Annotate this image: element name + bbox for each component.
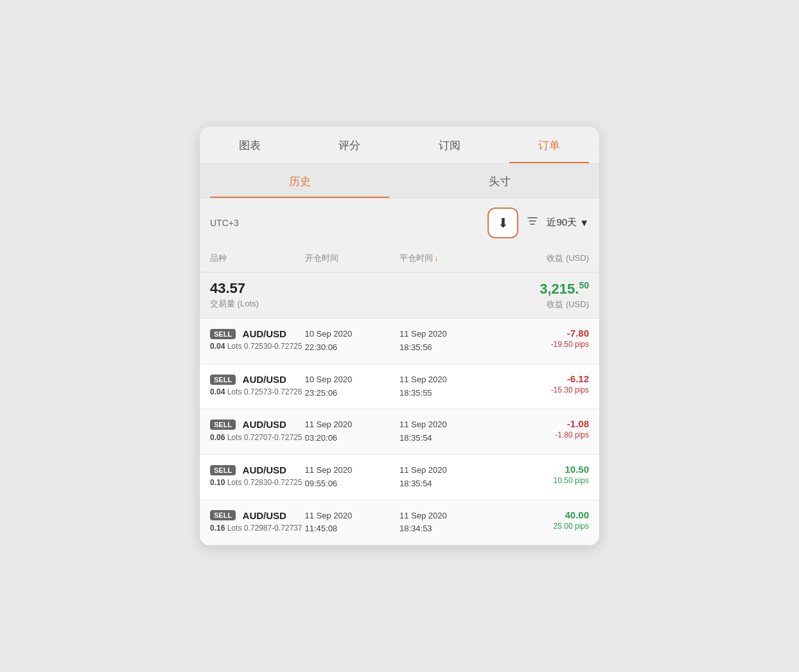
trade-profit-col: -6.12 -15.30 pips <box>495 373 590 394</box>
trade-row: SELL AUD/USD 0.04 Lots 0.72530-0.72725 1… <box>200 319 599 364</box>
trade-detail: 0.04 Lots 0.72530-0.72725 <box>210 342 305 351</box>
trade-row: SELL AUD/USD 0.10 Lots 0.72830-0.72725 1… <box>200 455 599 500</box>
trade-close-time: 11 Sep 202018:34:53 <box>400 509 495 536</box>
col-open-time-header: 开仓时间 <box>305 252 400 264</box>
trade-close-time: 11 Sep 202018:35:54 <box>400 464 495 491</box>
trade-pips: -1.80 pips <box>495 430 590 439</box>
trade-profit-value: 10.50 <box>495 464 590 475</box>
summary-row: 43.57 交易量 (Lots) 3,215.50 收益 (USD) <box>200 272 599 319</box>
trade-open-time: 11 Sep 202011:45:08 <box>305 509 400 536</box>
trade-badge: SELL <box>210 510 236 520</box>
trade-open-time: 10 Sep 202023:25:06 <box>305 373 400 400</box>
trade-badge: SELL <box>210 375 236 385</box>
trade-lots: 0.06 <box>210 433 225 442</box>
trade-detail: 0.16 Lots 0.72987-0.72737 <box>210 524 305 533</box>
trade-lots: 0.04 <box>210 342 225 351</box>
trade-open-time: 10 Sep 202022:30:06 <box>305 328 400 355</box>
trade-close-time: 11 Sep 202018:35:55 <box>400 373 495 400</box>
trade-profit-value: 40.00 <box>495 509 590 520</box>
trades-list: SELL AUD/USD 0.04 Lots 0.72530-0.72725 1… <box>200 319 599 545</box>
trade-pair: AUD/USD <box>243 328 286 339</box>
trade-row: SELL AUD/USD 0.06 Lots 0.72707-0.72725 1… <box>200 409 599 455</box>
trade-symbol-col: SELL AUD/USD 0.10 Lots 0.72830-0.72725 <box>210 464 305 487</box>
trade-badge: SELL <box>210 465 236 475</box>
download-icon: ⬇ <box>498 215 509 231</box>
trade-detail: 0.10 Lots 0.72830-0.72725 <box>210 478 305 487</box>
col-close-time-header[interactable]: 平仓时间↓ <box>400 252 495 264</box>
trade-symbol-col: SELL AUD/USD 0.16 Lots 0.72987-0.72737 <box>210 509 305 533</box>
tab-history[interactable]: 历史 <box>200 164 400 198</box>
tab-ratings[interactable]: 评分 <box>300 127 400 163</box>
trade-pair: AUD/USD <box>243 464 286 475</box>
summary-lots-label: 交易量 (Lots) <box>210 298 259 310</box>
sort-arrow-icon: ↓ <box>434 253 439 263</box>
summary-lots-value: 43.57 <box>210 280 259 297</box>
summary-profit-label: 收益 (USD) <box>540 299 589 310</box>
trade-profit-value: -6.12 <box>495 373 590 384</box>
trade-lots: 0.16 <box>210 524 225 533</box>
col-profit-header: 收益 (USD) <box>495 252 590 264</box>
trade-profit-col: -7.80 -19.50 pips <box>495 328 590 349</box>
summary-lots-section: 43.57 交易量 (Lots) <box>210 280 259 310</box>
tab-subscriptions[interactable]: 订阅 <box>400 127 500 163</box>
trade-pips: -15.30 pips <box>495 385 590 394</box>
tab-position[interactable]: 头寸 <box>400 164 599 198</box>
trade-pips: 25.00 pips <box>495 522 590 531</box>
trade-profit-col: 40.00 25.00 pips <box>495 509 590 531</box>
trade-profit-col: 10.50 10.50 pips <box>495 464 590 485</box>
trade-symbol-col: SELL AUD/USD 0.04 Lots 0.72530-0.72725 <box>210 328 305 351</box>
trade-symbol-col: SELL AUD/USD 0.04 Lots 0.72573-0.72726 <box>210 373 305 396</box>
trade-pips: -19.50 pips <box>495 340 590 349</box>
col-symbol-header: 品种 <box>210 252 305 264</box>
period-selector[interactable]: 近90天 ▼ <box>547 217 589 229</box>
table-header: 品种 开仓时间 平仓时间↓ 收益 (USD) <box>200 247 599 272</box>
trade-profit-value: -1.08 <box>495 418 590 429</box>
summary-profit-section: 3,215.50 收益 (USD) <box>540 280 589 310</box>
tab-charts[interactable]: 图表 <box>200 127 300 163</box>
trade-detail: 0.06 Lots 0.72707-0.72725 <box>210 433 305 442</box>
trade-row: SELL AUD/USD 0.16 Lots 0.72987-0.72737 1… <box>200 500 599 546</box>
filter-icon <box>526 215 539 227</box>
trade-pair: AUD/USD <box>243 374 286 385</box>
trade-open-time: 11 Sep 202003:20:06 <box>305 418 400 445</box>
trade-close-time: 11 Sep 202018:35:54 <box>400 418 495 445</box>
trade-detail: 0.04 Lots 0.72573-0.72726 <box>210 387 305 396</box>
trade-badge: SELL <box>210 420 236 430</box>
trade-row: SELL AUD/USD 0.04 Lots 0.72573-0.72726 1… <box>200 364 599 410</box>
toolbar: UTC+3 ⬇ 近90天 ▼ <box>200 199 599 247</box>
trade-lots: 0.10 <box>210 478 225 487</box>
trade-badge: SELL <box>210 329 236 339</box>
trade-lots: 0.04 <box>210 387 225 396</box>
trade-pair: AUD/USD <box>243 420 286 430</box>
chevron-down-icon: ▼ <box>579 217 589 228</box>
trade-pips: 10.50 pips <box>495 476 590 485</box>
filter-button[interactable] <box>526 215 539 231</box>
tab-orders[interactable]: 订单 <box>500 127 600 163</box>
trade-close-time: 11 Sep 202018:35:56 <box>400 328 495 355</box>
trade-pair: AUD/USD <box>243 510 286 521</box>
trade-profit-value: -7.80 <box>495 328 590 339</box>
app-container: 图表 评分 订阅 订单 历史 头寸 UTC+3 ⬇ 近90天 ▼ 品种 开仓时间 <box>200 127 599 545</box>
trade-profit-col: -1.08 -1.80 pips <box>495 418 590 439</box>
summary-profit-value: 3,215.50 <box>540 280 589 297</box>
top-nav: 图表 评分 订阅 订单 <box>200 127 599 164</box>
trade-open-time: 11 Sep 202009:55:06 <box>305 464 400 491</box>
trade-symbol-col: SELL AUD/USD 0.06 Lots 0.72707-0.72725 <box>210 418 305 441</box>
timezone-label: UTC+3 <box>210 218 480 228</box>
period-label: 近90天 <box>547 217 577 229</box>
sub-nav: 历史 头寸 <box>200 164 599 199</box>
download-button[interactable]: ⬇ <box>487 208 518 238</box>
